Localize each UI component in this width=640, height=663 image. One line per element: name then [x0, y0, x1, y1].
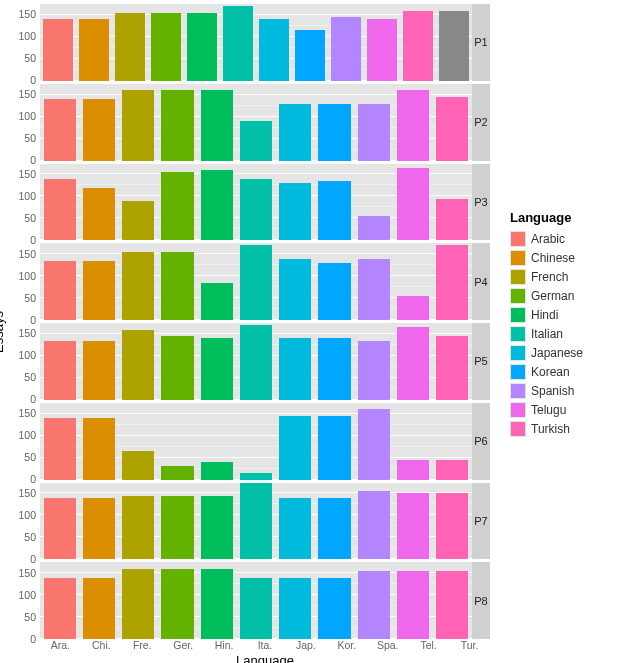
bars: [40, 403, 472, 480]
legend-item-french: French: [510, 267, 632, 286]
y-tick: 50: [24, 612, 36, 623]
bar-Ita.: [240, 578, 272, 639]
bar-Fre.: [122, 496, 154, 560]
bar-Ita.: [240, 245, 272, 320]
bar-Tur.: [436, 199, 468, 241]
bar-Ita.: [240, 473, 272, 480]
bars: [40, 483, 472, 560]
legend-label: Telugu: [531, 403, 566, 417]
bar-Ara.: [44, 418, 76, 479]
plot-area: [40, 403, 472, 480]
bar-Ita.: [240, 179, 272, 240]
y-tick: 50: [24, 373, 36, 384]
panel-P4: P4: [40, 243, 490, 320]
bar-Hin.: [201, 90, 233, 160]
panel-P1: P1: [40, 4, 490, 81]
bar-Tur.: [436, 460, 468, 480]
panel-P8: P8: [40, 562, 490, 639]
y-tick: 0: [30, 634, 36, 645]
bar-Ara.: [43, 19, 73, 80]
x-tick: Ita.: [245, 639, 286, 651]
bar-Ger.: [161, 172, 193, 240]
bar-Fre.: [115, 13, 145, 81]
legend-swatch: [511, 384, 525, 398]
bar-Jap.: [279, 578, 311, 639]
bar-Kor.: [318, 104, 350, 161]
legend-swatch: [511, 251, 525, 265]
bar-Tel.: [397, 571, 429, 639]
bar-Kor.: [318, 181, 350, 240]
legend-item-hindi: Hindi: [510, 305, 632, 324]
bar-Spa.: [358, 259, 390, 320]
y-tick: 150: [18, 89, 36, 100]
panel-P6: P6: [40, 403, 490, 480]
bar-Tel.: [397, 90, 429, 160]
bar-Jap.: [279, 416, 311, 480]
bar-Chi.: [79, 19, 109, 80]
bar-Chi.: [83, 418, 115, 479]
bar-Ger.: [161, 496, 193, 560]
facet-strip: P7: [472, 483, 490, 560]
x-tick: Hin.: [204, 639, 245, 651]
bar-Jap.: [279, 338, 311, 399]
bar-Spa.: [358, 409, 390, 479]
legend-swatch: [511, 308, 525, 322]
bar-undefined: [439, 11, 469, 81]
legend-item-spanish: Spanish: [510, 381, 632, 400]
legend-swatch: [511, 327, 525, 341]
facet-label: P8: [474, 595, 487, 607]
legend-swatch: [511, 365, 525, 379]
y-axis-ticks: 0501001500501001500501001500501001500501…: [0, 4, 38, 639]
facet-strip: P6: [472, 403, 490, 480]
y-tick: 150: [18, 169, 36, 180]
bar-Tur.: [436, 493, 468, 559]
x-tick: Spa.: [367, 639, 408, 651]
bar-Jap.: [279, 259, 311, 320]
facet-strip: P1: [472, 4, 490, 81]
facet-label: P7: [474, 515, 487, 527]
y-tick: 150: [18, 329, 36, 340]
bar-Jap.: [279, 104, 311, 161]
plot-area: [40, 164, 472, 241]
plot-area: [40, 4, 472, 81]
x-tick: Jap.: [285, 639, 326, 651]
legend-label: Turkish: [531, 422, 570, 436]
bar-Ara.: [44, 179, 76, 240]
y-tick: 100: [18, 430, 36, 441]
plot-area: [40, 84, 472, 161]
y-tick: 100: [18, 191, 36, 202]
bar-Fre.: [122, 201, 154, 240]
y-tick: 50: [24, 293, 36, 304]
y-tick: 150: [18, 249, 36, 260]
facet-strip: P4: [472, 243, 490, 320]
bar-Kor.: [295, 30, 325, 80]
bar-Tur.: [436, 97, 468, 161]
y-tick: 150: [18, 10, 36, 21]
x-tick: Ara.: [40, 639, 81, 651]
facet-panels: P1P2P3P4P5P6P7P8: [40, 4, 490, 639]
y-tick: 100: [18, 510, 36, 521]
y-tick: 50: [24, 532, 36, 543]
legend-swatch: [511, 232, 525, 246]
bars: [40, 4, 472, 81]
bar-Ara.: [44, 498, 76, 559]
y-tick: 100: [18, 111, 36, 122]
bar-Kor.: [318, 338, 350, 399]
bar-Jap.: [279, 183, 311, 240]
legend-label: German: [531, 289, 574, 303]
legend-title: Language: [510, 210, 632, 225]
bar-Kor.: [318, 263, 350, 320]
facet-strip: P5: [472, 323, 490, 400]
bar-Spa.: [358, 341, 390, 400]
legend-item-japanese: Japanese: [510, 343, 632, 362]
panel-P3: P3: [40, 164, 490, 241]
bar-Fre.: [122, 569, 154, 639]
bar-Ger.: [161, 466, 193, 479]
bar-Ita.: [223, 6, 253, 81]
legend-item-german: German: [510, 286, 632, 305]
y-tick: 100: [18, 590, 36, 601]
bar-Ger.: [161, 569, 193, 639]
bar-Ger.: [161, 252, 193, 320]
legend-item-italian: Italian: [510, 324, 632, 343]
bar-Fre.: [122, 451, 154, 480]
